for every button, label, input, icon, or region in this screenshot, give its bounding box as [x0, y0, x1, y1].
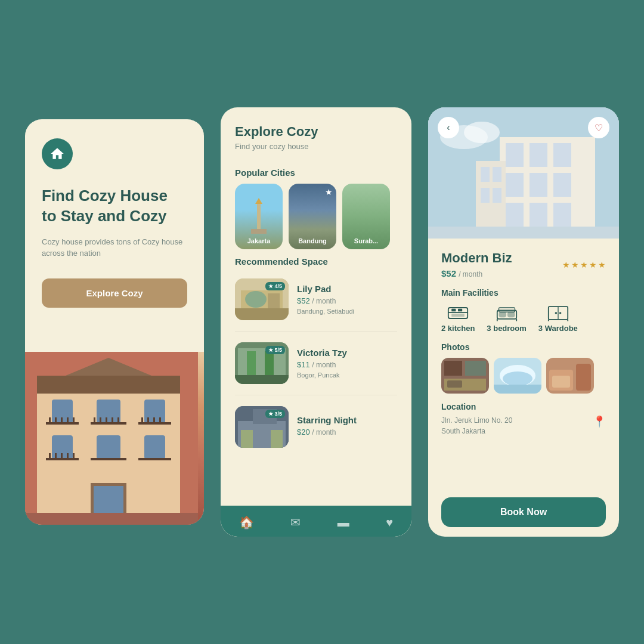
photo-thumb-3[interactable] — [546, 358, 594, 394]
property-name: Modern Biz $52 / month — [441, 250, 512, 278]
svg-rect-61 — [530, 173, 547, 197]
city-card-surabaya[interactable]: Surab... — [342, 184, 390, 249]
svg-rect-26 — [144, 435, 165, 459]
screen-explore: Explore Cozy Find your cozy house Popula… — [221, 107, 411, 537]
cities-section-title: Popular Cities — [221, 160, 411, 184]
back-button[interactable]: ‹ — [438, 117, 459, 138]
svg-rect-34 — [138, 458, 171, 460]
book-now-button[interactable]: Book Now — [441, 497, 606, 527]
svg-rect-97 — [494, 385, 541, 394]
jakarta-label: Jakarta — [235, 237, 283, 244]
star2-icon: ★ — [571, 260, 579, 270]
kitchen-icon — [447, 305, 469, 321]
star3-icon: ★ — [580, 260, 588, 270]
photos-title: Photos — [441, 342, 606, 352]
svg-rect-46 — [265, 351, 274, 375]
nav-mail-icon[interactable]: ✉ — [290, 515, 301, 530]
recommended-list: ★ 4/5 Lily Pad $52 / month Bandung, Seti… — [221, 273, 411, 506]
divider2 — [235, 395, 397, 395]
cities-row: Jakarta ★ Bandung Surab... — [221, 184, 411, 249]
svg-point-40 — [245, 291, 267, 308]
surabaya-label: Surab... — [342, 237, 390, 244]
svg-rect-79 — [507, 312, 515, 317]
photo-thumb-1[interactable] — [441, 358, 489, 394]
wardrobe-icon — [547, 305, 569, 321]
bandung-star-icon: ★ — [325, 187, 333, 197]
svg-rect-9 — [55, 417, 57, 425]
svg-rect-33 — [91, 458, 126, 460]
victoria-location: Bogor, Puncak — [297, 371, 397, 379]
list-item[interactable]: ★ 4/5 Lily Pad $52 / month Bandung, Seti… — [221, 273, 411, 326]
svg-rect-20 — [141, 417, 143, 425]
svg-rect-21 — [147, 417, 149, 425]
svg-point-85 — [555, 312, 557, 314]
svg-rect-93 — [447, 380, 462, 388]
bandung-label: Bandung — [289, 237, 336, 244]
screen1-subtitle: Cozy house provides tons of Cozy house a… — [42, 236, 187, 259]
divider1 — [235, 331, 397, 332]
svg-rect-82 — [499, 308, 515, 312]
svg-rect-78 — [499, 312, 506, 317]
favorite-button[interactable]: ♡ — [588, 117, 609, 138]
starring-rating: ★ 3/5 — [265, 410, 285, 418]
victoria-thumb: ★ 5/5 — [235, 342, 289, 384]
recommended-section-title: Recommended Space — [221, 249, 411, 273]
building-image — [25, 352, 204, 525]
explore-title: Explore Cozy — [235, 124, 397, 140]
facility-kitchen: 2 kitchen — [441, 305, 475, 333]
nav-heart-icon[interactable]: ♥ — [386, 516, 393, 530]
svg-rect-10 — [61, 417, 63, 425]
lilypad-price: $52 / month — [297, 296, 397, 305]
svg-rect-59 — [553, 143, 571, 167]
svg-rect-52 — [271, 430, 283, 448]
location-row: Jln. Jeruk Limo No. 20 South Jakarta 📍 — [441, 415, 606, 436]
facilities-row: 2 kitchen 3 bedroom — [441, 305, 606, 333]
svg-rect-11 — [67, 417, 69, 425]
bedroom-count: 3 bedroom — [487, 324, 526, 333]
location-title: Location — [441, 402, 606, 411]
location-pin-icon: 📍 — [593, 415, 606, 428]
victoria-info: Victoria Tzy $11 / month Bogor, Puncak — [297, 348, 397, 379]
property-price-row: Modern Biz $52 / month ★ ★ ★ ★ ★ — [441, 250, 606, 278]
svg-rect-18 — [117, 417, 119, 425]
svg-rect-16 — [106, 417, 107, 425]
starring-name: Starring Night — [297, 415, 397, 425]
svg-rect-90 — [444, 361, 462, 376]
svg-rect-23 — [159, 417, 161, 425]
stars-rating: ★ ★ ★ ★ ★ — [562, 260, 606, 270]
screen-detail: ‹ ♡ Modern Biz $52 / month ★ ★ ★ ★ ★ Mai… — [428, 107, 619, 537]
explore-header: Explore Cozy Find your cozy house — [221, 107, 411, 160]
svg-rect-69 — [481, 188, 490, 203]
city-card-bandung[interactable]: ★ Bandung — [289, 184, 336, 249]
nav-card-icon[interactable]: ▬ — [338, 516, 349, 530]
nav-home-icon[interactable]: 🏠 — [239, 515, 254, 530]
property-detail-content: Modern Biz $52 / month ★ ★ ★ ★ ★ Main Fa… — [428, 239, 619, 489]
list-item[interactable]: ★ 5/5 Victoria Tzy $11 / month Bogor, Pu… — [221, 336, 411, 390]
svg-rect-45 — [247, 351, 256, 375]
svg-rect-8 — [49, 417, 51, 425]
svg-rect-65 — [553, 203, 571, 227]
jakarta-monument-icon — [257, 203, 261, 233]
svg-rect-101 — [552, 376, 570, 388]
star1-icon: ★ — [562, 260, 570, 270]
svg-rect-15 — [100, 417, 101, 425]
svg-rect-71 — [428, 227, 619, 239]
svg-rect-25 — [97, 435, 120, 459]
logo-icon — [42, 138, 73, 169]
victoria-name: Victoria Tzy — [297, 348, 397, 358]
svg-rect-64 — [530, 203, 547, 227]
photo-thumb-2[interactable] — [494, 358, 541, 394]
svg-rect-12 — [73, 417, 75, 425]
svg-rect-75 — [458, 309, 462, 312]
explore-cozy-button[interactable]: Explore Cozy — [42, 278, 187, 308]
victoria-price: $11 / month — [297, 360, 397, 369]
list-item[interactable]: ★ 3/5 Starring Night $20 / month — [221, 400, 411, 454]
lilypad-name: Lily Pad — [297, 284, 397, 294]
city-card-jakarta[interactable]: Jakarta — [235, 184, 283, 249]
lilypad-location: Bandung, Setiabudi — [297, 308, 397, 315]
screen1-title: Find Cozy House to Stay and Cozy — [42, 186, 187, 227]
location-text: Jln. Jeruk Limo No. 20 South Jakarta — [441, 415, 512, 436]
photos-row — [441, 358, 606, 394]
wardrobe-count: 3 Wardobe — [538, 324, 578, 333]
svg-rect-42 — [235, 308, 289, 320]
